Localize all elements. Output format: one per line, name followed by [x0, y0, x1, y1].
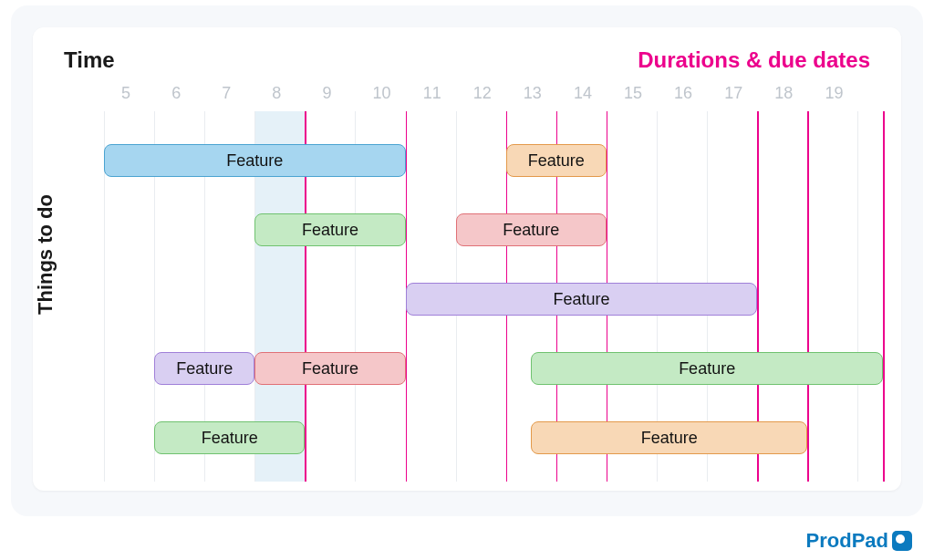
brand-mark-icon — [892, 531, 912, 551]
tick-label: 10 — [380, 84, 381, 103]
feature-bar[interactable]: Feature — [104, 144, 406, 177]
tick-label: 8 — [279, 84, 280, 103]
tick-label: 19 — [832, 84, 833, 103]
brand-logo: ProdPad — [806, 529, 912, 553]
feature-bar[interactable]: Feature — [154, 421, 305, 454]
chart-panel: Time Durations & due dates Things to do … — [33, 27, 901, 491]
feature-bar[interactable]: Feature — [406, 283, 758, 316]
tick-label: 12 — [481, 84, 482, 103]
deadline-marker — [807, 111, 809, 482]
tick-label: 14 — [581, 84, 582, 103]
tick-label: 16 — [681, 84, 682, 103]
axis-things-label: Things to do — [34, 293, 57, 315]
tick-label: 11 — [431, 84, 431, 103]
tick-label: 9 — [329, 84, 330, 103]
feature-bar[interactable]: Feature — [154, 352, 254, 385]
feature-bar[interactable]: Feature — [456, 213, 607, 246]
feature-bar[interactable]: Feature — [254, 352, 405, 385]
chart-title: Durations & due dates — [638, 47, 870, 73]
card-outer: Time Durations & due dates Things to do … — [11, 5, 923, 516]
tick-label: 18 — [782, 84, 783, 103]
feature-bar[interactable]: Feature — [506, 144, 607, 177]
feature-bar[interactable]: Feature — [254, 213, 405, 246]
gridline — [857, 111, 858, 482]
brand-text: ProdPad — [806, 529, 888, 553]
feature-bar[interactable]: Feature — [531, 421, 807, 454]
tick-label: 6 — [179, 84, 180, 103]
tick-label: 7 — [229, 84, 230, 103]
tick-label: 5 — [129, 84, 130, 103]
feature-bar[interactable]: Feature — [531, 352, 883, 385]
axis-time-label: Time — [64, 47, 115, 73]
tick-label: 15 — [631, 84, 632, 103]
gantt-chart: 5678910111213141516171819FeatureFeatureF… — [104, 84, 883, 482]
deadline-marker — [883, 111, 885, 482]
tick-label: 13 — [531, 84, 532, 103]
tick-label: 17 — [732, 84, 732, 103]
